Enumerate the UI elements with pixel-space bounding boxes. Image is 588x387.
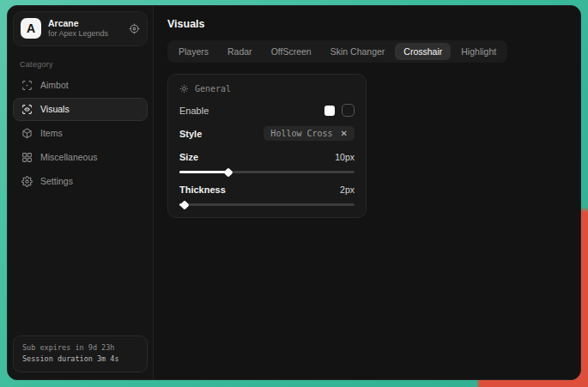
size-slider[interactable]	[179, 171, 355, 173]
color-swatch[interactable]	[324, 106, 335, 116]
sidebar-item-label: Aimbot	[40, 80, 69, 90]
gear-icon	[21, 176, 33, 187]
enable-label: Enable	[179, 106, 209, 116]
tab-offscreen[interactable]: OffScreen	[263, 43, 320, 60]
thickness-slider-thumb[interactable]	[179, 200, 189, 209]
sidebar-item-label: Miscellaneous	[40, 152, 98, 162]
thickness-label: Thickness	[179, 184, 226, 195]
crosshair-scan-icon	[21, 80, 33, 91]
tab-radar[interactable]: Radar	[219, 43, 261, 60]
visuals-tab-bar: Players Radar OffScreen Skin Changer Cro…	[167, 40, 507, 63]
app-header-card: A Arcane for Apex Legends	[13, 11, 148, 46]
sidebar-item-visuals[interactable]: Visuals	[13, 98, 148, 121]
page-title: Visuals	[167, 18, 567, 30]
main-content: Visuals Players Radar OffScreen Skin Cha…	[154, 6, 580, 379]
enable-row: Enable	[179, 104, 355, 117]
sidebar: A Arcane for Apex Legends Category Aimbo	[8, 6, 154, 379]
sidebar-item-aimbot[interactable]: Aimbot	[13, 74, 148, 97]
app-window: A Arcane for Apex Legends Category Aimbo	[7, 5, 581, 380]
target-icon[interactable]	[129, 23, 140, 34]
sub-expires-text: Sub expires in 9d 23h	[22, 342, 138, 354]
sidebar-item-label: Items	[40, 128, 63, 138]
sidebar-item-label: Settings	[40, 176, 73, 186]
tab-highlight[interactable]: Highlight	[452, 43, 505, 60]
style-row: Style Hollow Cross ✕	[179, 126, 355, 141]
thickness-value: 2px	[340, 184, 355, 195]
app-name: Arcane	[48, 18, 122, 29]
subscription-status-card: Sub expires in 9d 23h Session duration 3…	[13, 336, 148, 372]
sidebar-item-settings[interactable]: Settings	[13, 170, 148, 193]
sidebar-item-label: Visuals	[40, 104, 70, 114]
size-slider-thumb[interactable]	[223, 167, 233, 177]
enable-checkbox[interactable]	[342, 104, 355, 117]
clear-style-icon[interactable]: ✕	[341, 130, 348, 138]
app-meta: Arcane for Apex Legends	[48, 18, 122, 39]
cube-icon	[21, 128, 33, 139]
layout-grid-icon	[21, 152, 33, 163]
app-logo: A	[21, 18, 41, 39]
app-subtitle: for Apex Legends	[48, 29, 122, 39]
tab-skin-changer[interactable]: Skin Changer	[322, 43, 394, 60]
category-label: Category	[20, 60, 148, 69]
general-panel: General Enable Style Hollow Cross ✕ Size…	[167, 74, 367, 218]
eye-scan-icon	[21, 104, 33, 115]
thickness-slider[interactable]	[179, 203, 355, 206]
size-value: 10px	[335, 152, 355, 162]
panel-header: General	[179, 84, 355, 94]
sidebar-item-items[interactable]: Items	[13, 122, 148, 145]
size-row: Size 10px	[179, 152, 355, 162]
sun-settings-icon	[179, 84, 189, 94]
sidebar-item-miscellaneous[interactable]: Miscellaneous	[13, 146, 148, 169]
style-label: Style	[179, 129, 202, 139]
thickness-row: Thickness 2px	[179, 184, 355, 195]
tab-players[interactable]: Players	[170, 43, 217, 60]
tab-crosshair[interactable]: Crosshair	[395, 43, 451, 60]
size-label: Size	[179, 152, 198, 162]
style-value: Hollow Cross	[270, 129, 332, 138]
panel-title: General	[195, 84, 231, 94]
size-slider-fill	[179, 171, 228, 173]
session-duration-text: Session duration 3m 4s	[22, 354, 138, 366]
style-select[interactable]: Hollow Cross ✕	[264, 126, 355, 141]
